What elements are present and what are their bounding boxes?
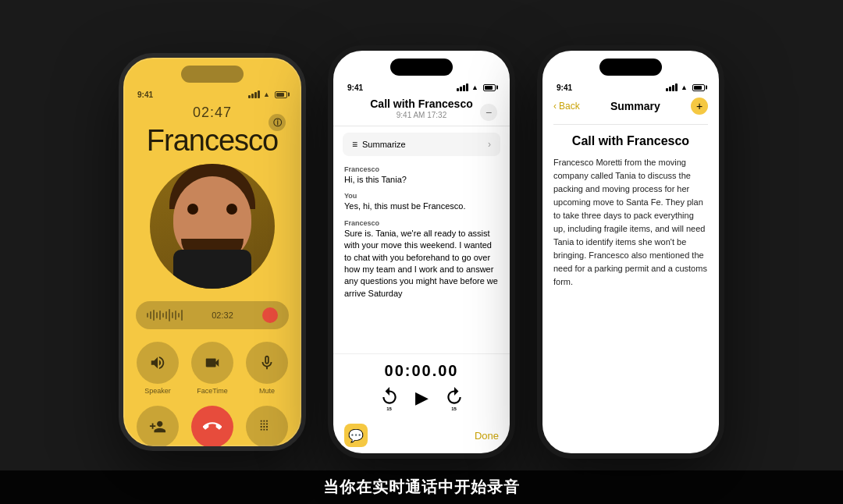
caption-text: 当你在实时通话中开始录音 (323, 478, 520, 495)
audio-player: 00:00.00 15 ▶ 15 (333, 353, 510, 417)
summarize-icon: ≡ (352, 139, 357, 150)
forward-label: 15 (451, 406, 457, 411)
plus-button[interactable]: + (691, 98, 708, 115)
dynamic-island-1 (181, 66, 244, 83)
memoji-body (150, 164, 275, 289)
play-button[interactable]: ▶ (415, 388, 429, 408)
speaker-label: Speaker (144, 387, 171, 395)
speaker-2: You (344, 192, 499, 200)
status-bar-3: 9:41 ▲ (542, 80, 719, 94)
wifi-icon-1: ▲ (263, 91, 270, 98)
memoji-shirt (173, 250, 251, 289)
mute-label: Mute (259, 387, 275, 395)
transcript-body: Francesco Hi, is this Tania? You Yes, hi… (333, 162, 510, 353)
signal-icon-2 (457, 83, 468, 91)
keypad-button[interactable]: Keypad (245, 406, 289, 451)
transcript-title: Call with Francesco (346, 98, 497, 110)
transcript-msg-1: Francesco Hi, is this Tania? (344, 165, 499, 186)
divider (553, 124, 708, 125)
battery-icon-1 (275, 91, 287, 98)
end-button[interactable]: End (190, 406, 234, 451)
dynamic-island-3 (599, 59, 662, 76)
back-chevron-icon: ‹ (553, 101, 557, 112)
text-3: Sure is. Tania, we're all ready to assis… (344, 228, 499, 300)
status-icons-1: ▲ (248, 91, 287, 98)
memoji-eye-left (187, 204, 198, 215)
audio-time: 00:00.00 (333, 362, 510, 380)
status-icons-3: ▲ (666, 83, 705, 91)
rewind-button[interactable]: 15 (379, 386, 400, 410)
dynamic-island-2 (390, 59, 453, 76)
transcript-minus-button[interactable]: − (480, 104, 497, 121)
speaker-3: Francesco (344, 219, 499, 227)
rewind-label: 15 (386, 406, 392, 411)
audio-controls: 15 ▶ 15 (333, 386, 510, 410)
done-button[interactable]: Done (475, 430, 499, 442)
phone-2: 9:41 ▲ Call with Francesco 9:41 AM 17:32… (328, 45, 515, 459)
text-2: Yes, hi, this must be Francesco. (344, 201, 499, 212)
status-icons-2: ▲ (457, 83, 496, 91)
memoji-eye-right (226, 204, 237, 215)
summary-nav: ‹ Back Summary + (553, 94, 708, 121)
transcript-meta: 9:41 AM 17:32 (346, 111, 497, 119)
speaker-button[interactable]: Speaker (136, 342, 180, 395)
text-1: Hi, is this Tania? (344, 174, 499, 186)
waveform (147, 309, 183, 321)
bottom-caption: 当你在实时通话中开始录音 (0, 470, 843, 504)
facetime-button[interactable]: FaceTime (190, 342, 234, 395)
phone-1: 9:41 ▲ ⓘ 02:47 Francesco (119, 53, 306, 451)
chat-bubble-button[interactable]: 💬 (344, 424, 368, 447)
call-timer: 02:47 (193, 105, 232, 121)
phone2-content: Call with Francesco 9:41 AM 17:32 − ≡ Su… (333, 94, 510, 453)
back-label: Back (559, 101, 580, 112)
summarize-label: Summarize (362, 140, 406, 149)
transcript-msg-2: You Yes, hi, this must be Francesco. (344, 192, 499, 212)
time-3: 9:41 (557, 83, 572, 92)
summary-nav-title: Summary (610, 100, 660, 112)
memoji-container (150, 164, 275, 289)
phone-3: 9:41 ▲ ‹ Back Summary + (537, 45, 724, 459)
back-button[interactable]: ‹ Back (553, 101, 580, 112)
battery-icon-3 (692, 84, 705, 91)
transcript-msg-3: Francesco Sure is. Tania, we're all read… (344, 219, 499, 300)
caller-name: Francesco (147, 124, 278, 158)
rec-button[interactable] (262, 307, 278, 323)
battery-icon-2 (483, 84, 496, 91)
wifi-icon-2: ▲ (471, 83, 478, 91)
summary-text: Francesco Moretti from the moving compan… (553, 156, 708, 289)
summary-title: Call with Francesco (553, 134, 708, 148)
summarize-chevron-icon: › (488, 139, 491, 150)
recording-bar: 02:32 (136, 301, 289, 329)
phone2-bottom: 💬 Done (333, 417, 510, 453)
status-bar-1: 9:41 ▲ (123, 87, 301, 101)
status-bar-2: 9:41 ▲ (333, 80, 510, 94)
add-button[interactable]: Add (136, 406, 180, 451)
call-buttons: Speaker FaceTime Mute (136, 342, 289, 451)
mute-button[interactable]: Mute (245, 342, 289, 395)
signal-icon-3 (666, 83, 678, 91)
phone1-content: ⓘ 02:47 Francesco (123, 101, 301, 446)
signal-icon-1 (248, 91, 260, 98)
info-button[interactable]: ⓘ (269, 114, 286, 131)
time-2: 9:41 (347, 83, 363, 92)
time-1: 9:41 (137, 91, 153, 99)
phones-container: 9:41 ▲ ⓘ 02:47 Francesco (0, 0, 843, 504)
speaker-1: Francesco (344, 165, 499, 173)
rec-timer: 02:32 (212, 311, 233, 320)
phone3-content: ‹ Back Summary + Call with Francesco Fra… (542, 94, 719, 453)
summarize-bar[interactable]: ≡ Summarize › (343, 133, 500, 156)
wifi-icon-3: ▲ (681, 83, 688, 91)
facetime-label: FaceTime (197, 387, 228, 395)
forward-button[interactable]: 15 (444, 386, 464, 410)
